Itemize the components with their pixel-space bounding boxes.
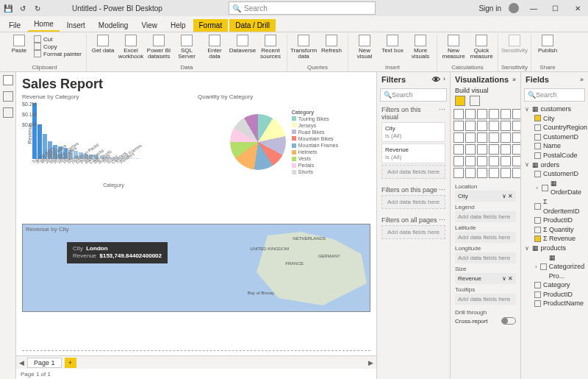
viz-type-icon[interactable] [465,168,476,178]
viz-type-icon[interactable] [489,156,499,166]
build-tab-icon[interactable] [455,96,465,106]
viz-type-icon[interactable] [477,132,487,143]
chevron-right-icon[interactable]: » [512,76,516,83]
viz-size-well[interactable]: Revenue∨ ✕ [455,273,516,284]
tab-data-drill[interactable]: Data / Drill [229,19,276,32]
field-Category[interactable]: Category [524,280,585,290]
filters-all-well[interactable]: Add data fields here [381,225,445,239]
sql-button[interactable]: SQL Server [173,34,200,60]
table-products[interactable]: ∨▦ products [524,244,585,253]
viz-type-icon[interactable] [453,109,464,119]
chevron-right-icon[interactable]: › [443,75,445,84]
viz-type-icon[interactable] [501,121,511,131]
sensitivity-button[interactable]: Sensitivity [501,34,528,54]
viz-type-icon[interactable] [501,168,511,178]
fields-search[interactable]: 🔍 Search [524,88,585,102]
page-prev-icon[interactable]: ◀ [19,359,24,366]
bar[interactable] [130,158,135,159]
dataverse-button[interactable]: Dataverse [229,34,256,60]
tab-insert[interactable]: Insert [61,19,91,32]
tab-modeling[interactable]: Modeling [93,19,135,32]
copy-button[interactable]: Copy [34,43,82,50]
filter-card-city[interactable]: Cityis (All) [381,122,445,142]
viz-type-icon[interactable] [501,156,511,166]
filter-card-revenue[interactable]: Revenueis (All) [381,144,445,163]
model-view-icon[interactable] [3,107,13,118]
field-ProductName[interactable]: ProductName [524,299,585,308]
viz-type-icon[interactable] [465,132,476,143]
viz-type-icon[interactable] [501,109,511,119]
recent-sources-button[interactable]: Recent sources [257,34,284,60]
revenue-by-category-chart[interactable]: Revenue by Category Revenue $0.2M$0.1M$0… [22,93,195,221]
pbi-datasets-button[interactable]: Power BI datasets [146,34,172,60]
viz-legend-well[interactable]: Add data fields here [455,211,516,222]
field-Quantity[interactable]: Σ Quantity [524,225,585,235]
field-CustomerID[interactable]: CustomerID [524,169,585,179]
quick-measure-button[interactable]: Quick measure [468,34,495,60]
filters-visual-well[interactable]: Add data fields here [381,165,445,179]
viz-type-icon[interactable] [477,144,487,155]
viz-type-icon[interactable] [477,156,487,166]
viz-type-icon[interactable] [453,144,464,155]
viz-type-icon[interactable] [501,144,511,155]
more-visuals-button[interactable]: More visuals [407,34,434,60]
bar[interactable] [135,158,140,159]
field-OrderDate[interactable]: ›▦ OrderDate [524,179,585,197]
redo-icon[interactable]: ↻ [32,3,43,13]
viz-type-icon[interactable] [465,109,476,119]
field-ProductID[interactable]: ProductID [524,290,585,300]
viz-type-icon[interactable] [512,132,520,143]
maximize-button[interactable]: ☐ [548,4,563,13]
field-Categorized Pro...[interactable]: ›▦ Categorized Pro... [524,253,585,281]
cross-report-toggle[interactable] [501,317,516,325]
viz-type-icon[interactable] [453,121,464,131]
tab-home[interactable]: Home [28,18,60,32]
publish-button[interactable]: Publish [534,34,561,54]
field-CountryRegion[interactable]: CountryRegion [524,123,585,132]
viz-type-icon[interactable] [465,144,476,155]
viz-type-icon[interactable] [512,168,520,178]
field-PostalCode[interactable]: PostalCode [524,151,585,160]
refresh-button[interactable]: Refresh [318,34,345,60]
tab-view[interactable]: View [135,19,163,32]
viz-type-icon[interactable] [489,168,499,178]
close-button[interactable]: ✕ [570,4,585,13]
viz-type-icon[interactable] [477,109,487,119]
paste-button[interactable]: Paste [6,34,32,59]
revenue-by-city-map[interactable]: Revenue by City NETHERLANDS GERMANY FRAN… [22,224,370,312]
field-OrderItemID[interactable]: Σ OrderItemID [524,197,585,216]
viz-type-icon[interactable] [512,109,520,119]
viz-type-icon[interactable] [501,132,511,143]
more-icon[interactable]: ⋯ [439,216,445,224]
add-page-button[interactable]: + [65,358,76,368]
quantity-by-category-chart[interactable]: Quantity by Category CategoryTouring Bik… [198,93,370,221]
tab-file[interactable]: File [3,19,26,32]
field-City[interactable]: City [524,114,585,124]
viz-type-icon[interactable] [453,156,464,166]
text-box-button[interactable]: Text box [379,34,406,60]
new-measure-button[interactable]: New measure [440,34,467,60]
field-CustomerID[interactable]: CustomerID [524,132,585,142]
global-search[interactable]: 🔍 Search [229,1,376,15]
viz-type-icon[interactable] [477,168,487,178]
viz-type-icon[interactable] [512,144,520,155]
viz-lon-well[interactable]: Add data fields here [455,252,516,263]
filters-page-well[interactable]: Add data fields here [381,195,445,209]
viz-type-icon[interactable] [465,121,476,131]
field-Revenue[interactable]: Σ Revenue [524,234,585,244]
data-view-icon[interactable] [3,91,13,102]
save-icon[interactable]: 💾 [3,3,13,13]
filters-search[interactable]: 🔍 Search [380,88,447,102]
field-ProductID[interactable]: ProductID [524,216,585,225]
viz-type-icon[interactable] [489,132,499,143]
field-Name[interactable]: Name [524,141,585,151]
signin-link[interactable]: Sign in [478,4,501,13]
viz-type-icon[interactable] [489,144,499,155]
transform-data-button[interactable]: Transform data [290,34,317,60]
minimize-button[interactable]: — [526,4,541,13]
cut-button[interactable]: Cut [34,35,82,43]
eye-icon[interactable]: 👁 [432,75,440,84]
page-tab-1[interactable]: Page 1 [27,358,62,368]
page-next-icon[interactable]: ▶ [368,359,373,366]
viz-tooltips-well[interactable]: Add data fields here [455,294,516,305]
